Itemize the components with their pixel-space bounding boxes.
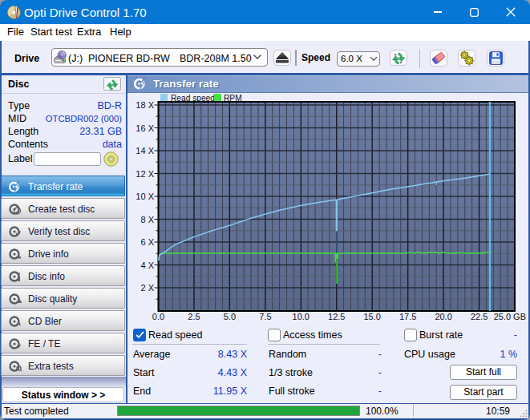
svg-text:5.0: 5.0 xyxy=(224,312,236,321)
svg-text:7.5: 7.5 xyxy=(259,312,271,321)
svg-text:0.0: 0.0 xyxy=(152,312,164,321)
svg-text:12.5: 12.5 xyxy=(328,312,345,321)
svg-text:6 X: 6 X xyxy=(140,237,154,247)
svg-text:10 X: 10 X xyxy=(136,192,154,201)
svg-text:10.0: 10.0 xyxy=(293,312,310,321)
svg-text:16 X: 16 X xyxy=(136,123,154,133)
svg-text:4 X: 4 X xyxy=(140,260,154,270)
svg-text:15.0: 15.0 xyxy=(363,312,380,321)
svg-text:2 X: 2 X xyxy=(140,283,154,293)
svg-text:Read speed: Read speed xyxy=(171,94,215,103)
svg-text:17.5: 17.5 xyxy=(399,312,416,321)
svg-text:8 X: 8 X xyxy=(140,215,154,224)
svg-text:14 X: 14 X xyxy=(136,146,154,155)
svg-text:20.0: 20.0 xyxy=(435,312,451,321)
svg-text:12 X: 12 X xyxy=(136,169,154,179)
svg-text:RPM: RPM xyxy=(224,94,242,103)
svg-text:18 X: 18 X xyxy=(136,100,154,110)
svg-text:22.5: 22.5 xyxy=(471,312,488,321)
svg-text:25.0 GB: 25.0 GB xyxy=(494,312,526,321)
svg-text:2.5: 2.5 xyxy=(188,312,200,321)
